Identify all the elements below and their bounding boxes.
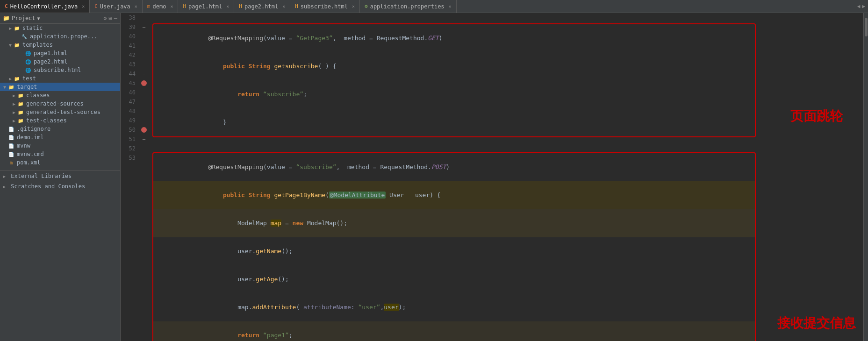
fold-marker-39[interactable]: ─ xyxy=(143,25,145,30)
close-icon-demo[interactable]: ✕ xyxy=(170,4,173,9)
breakpoint-45[interactable] xyxy=(141,80,147,86)
code-line-42: } xyxy=(153,108,755,136)
arrow-icon-target: ▼ xyxy=(2,85,7,90)
code-line-47: user.getName(); xyxy=(153,237,755,265)
close-icon-appprops[interactable]: ✕ xyxy=(449,4,452,9)
fold-marker-51[interactable]: ─ xyxy=(143,137,145,142)
main-window: C HelloController.java ✕ C User.java ✕ m… xyxy=(0,0,868,341)
folder-icon-test: 📁 xyxy=(13,75,21,82)
sidebar-header: 📁 Project ▼ ⚙ ⊞ — xyxy=(0,13,120,24)
code-editor[interactable]: @RequestMapping(value = “GetPage3”, meth… xyxy=(149,13,770,341)
tree-item-pom[interactable]: m pom.xml xyxy=(0,158,120,167)
folder-icon-classes: 📁 xyxy=(17,92,24,99)
right-labels-area: 页面跳轮 接收提交信息 xyxy=(770,13,863,341)
sidebar-project-label: Project xyxy=(12,15,36,21)
editor-area: 38 39 40 41 42 43 44 45 46 47 48 49 50 5… xyxy=(121,13,868,341)
html-icon-p2: H xyxy=(239,3,242,9)
iml-icon-tree: 📄 xyxy=(7,134,15,141)
layout-icon[interactable]: ⊞ xyxy=(109,15,112,21)
git-icon-tree: 📄 xyxy=(7,126,15,132)
red-box-1: @RequestMapping(value = “GetPage3”, meth… xyxy=(152,23,756,137)
html-icon-tree-p2: 🌐 xyxy=(24,58,32,65)
code-line-40: public String getsubscribe( ) { xyxy=(153,52,755,80)
code-line-38 xyxy=(152,13,770,22)
tab-demo[interactable]: m demo ✕ xyxy=(143,0,179,13)
tree-item-mvnw-cmd[interactable]: 📄 mvnw.cmd xyxy=(0,150,120,158)
scratches-consoles[interactable]: ▶ Scratches and Consoles xyxy=(0,181,120,192)
folder-icon-gen-src: 📁 xyxy=(17,100,24,107)
tab-subscribe[interactable]: H subscribe.html ✕ xyxy=(290,0,360,13)
code-line-50: return “page1”; xyxy=(153,321,755,341)
page-jump-label: 页面跳轮 xyxy=(775,108,859,125)
prop-icon-app: 🔧 xyxy=(21,33,28,40)
tree-item-static[interactable]: ▶ 📁 static xyxy=(0,24,120,32)
code-line-45: public String getPage1ByName(@ModelAttri… xyxy=(153,181,755,209)
tab-user[interactable]: C User.java ✕ xyxy=(90,0,143,13)
sidebar-header-icons: ⚙ ⊞ — xyxy=(103,15,117,21)
main-area: 📁 Project ▼ ⚙ ⊞ — ▶ 📁 static 🔧 applicati… xyxy=(0,13,868,341)
html-icon-tree-sub: 🌐 xyxy=(24,67,32,73)
code-line-49: map.addAttribute( attributeName: “user”,… xyxy=(153,293,755,321)
code-line-43 xyxy=(152,142,770,151)
gutter: ─ ─ xyxy=(139,13,149,341)
html-icon-tree-p1: 🌐 xyxy=(24,50,32,57)
close-icon-subscribe[interactable]: ✕ xyxy=(352,4,355,9)
tab-appprops[interactable]: ⚙ application.properties ✕ xyxy=(360,0,457,13)
module-icon: m xyxy=(147,3,151,9)
tree-item-appprops[interactable]: 🔧 application.prope... xyxy=(0,32,120,41)
tree-item-demo-iml[interactable]: 📄 demo.iml xyxy=(0,133,120,142)
arrow-ext-lib: ▶ xyxy=(3,174,6,179)
arrow-icon: ▶ xyxy=(7,26,13,31)
settings-icon[interactable]: ⚙ xyxy=(103,15,107,21)
vertical-scrollbar[interactable] xyxy=(863,13,868,341)
tree-item-test-classes[interactable]: ▶ 📁 test-classes xyxy=(0,116,120,125)
breakpoint-50[interactable] xyxy=(141,127,147,133)
tab-scroll-left-icon[interactable]: ◀ xyxy=(857,3,861,9)
tree-item-gen-test-src[interactable]: ▶ 📁 generated-test-sources xyxy=(0,108,120,116)
java-icon-user: C xyxy=(94,3,98,9)
folder-icon-test-classes: 📁 xyxy=(17,117,24,124)
arrow-icon-gen-test-src: ▶ xyxy=(11,110,17,115)
tree-item-classes[interactable]: ▶ 📁 classes xyxy=(0,91,120,99)
code-line-44: @RequestMapping(value = “subscribe”, met… xyxy=(153,153,755,181)
tree-item-gen-src[interactable]: ▶ 📁 generated-sources xyxy=(0,99,120,108)
minimize-icon[interactable]: — xyxy=(114,15,117,21)
xml-icon-pom: m xyxy=(7,159,15,166)
html-icon-sub: H xyxy=(295,3,298,9)
arrow-scratches: ▶ xyxy=(3,184,6,189)
tab-hellocontroller[interactable]: C HelloController.java ✕ xyxy=(0,0,90,13)
project-dropdown-icon[interactable]: ▼ xyxy=(37,16,40,21)
fold-marker-44[interactable]: ─ xyxy=(143,71,145,77)
code-line-46: ModelMap map = new ModelMap(); xyxy=(153,209,755,237)
folder-icon-templates: 📁 xyxy=(13,42,21,48)
props-icon: ⚙ xyxy=(365,3,368,9)
arrow-icon-templates: ▼ xyxy=(7,43,13,48)
close-icon-page1[interactable]: ✕ xyxy=(226,4,229,9)
red-box-2: @RequestMapping(value = “subscribe”, met… xyxy=(152,152,756,341)
tree-item-page1[interactable]: 🌐 page1.html xyxy=(0,49,120,57)
tab-page2[interactable]: H page2.html ✕ xyxy=(234,0,290,13)
mvn-icon-tree: 📄 xyxy=(7,142,15,149)
tree-item-gitignore[interactable]: 📄 .gitignore xyxy=(0,125,120,133)
tree-item-page2[interactable]: 🌐 page2.html xyxy=(0,57,120,66)
tree-item-subscribe[interactable]: 🌐 subscribe.html xyxy=(0,66,120,74)
arrow-icon-classes: ▶ xyxy=(11,93,17,98)
html-icon-p1: H xyxy=(183,3,186,9)
tab-scroll-right-icon[interactable]: ▶ xyxy=(862,3,865,9)
tab-end-controls: ◀ ▶ xyxy=(854,0,868,13)
java-icon: C xyxy=(5,3,8,9)
tree-item-templates[interactable]: ▼ 📁 templates xyxy=(0,41,120,49)
close-icon-user[interactable]: ✕ xyxy=(135,4,137,9)
tab-bar: C HelloController.java ✕ C User.java ✕ m… xyxy=(0,0,868,13)
external-libraries[interactable]: ▶ External Libraries xyxy=(0,170,120,181)
tree-item-target[interactable]: ▼ 📁 target xyxy=(0,83,120,91)
tab-page1[interactable]: H page1.html ✕ xyxy=(178,0,234,13)
scrollbar-thumb xyxy=(865,18,868,36)
tree-item-test[interactable]: ▶ 📁 test xyxy=(0,74,120,83)
close-icon[interactable]: ✕ xyxy=(82,4,85,9)
arrow-icon-test-classes: ▶ xyxy=(11,118,17,123)
tree-item-mvnw[interactable]: 📄 mvnw xyxy=(0,142,120,150)
project-icon: 📁 xyxy=(3,15,10,21)
close-icon-page2[interactable]: ✕ xyxy=(282,4,285,9)
folder-icon-gen-test-src: 📁 xyxy=(17,109,24,115)
